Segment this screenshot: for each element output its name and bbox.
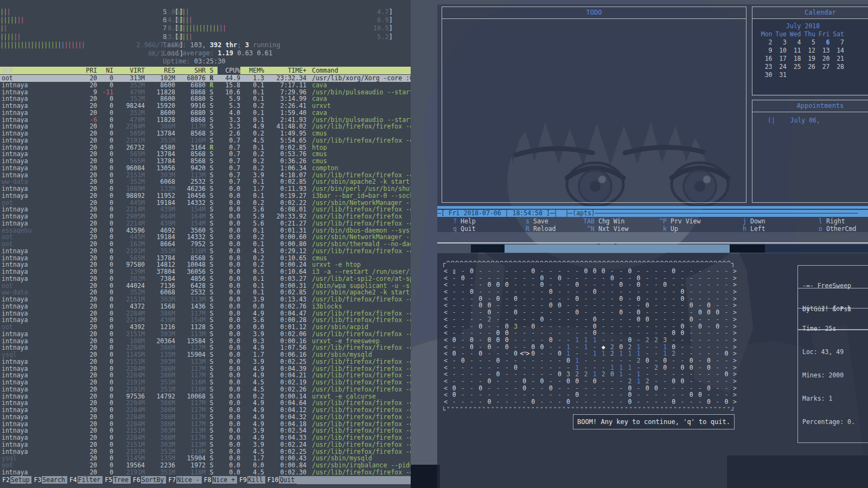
hint-prv-view[interactable]: ^PPrv View [653, 218, 732, 226]
freesweep-window[interactable]: ┌^^^^^^^^^^^^^^^^^^^^^^^^^^^^^^^^^^^^^^^… [437, 253, 868, 488]
htop-window[interactable]: |||1.06]|||||||14.3]||8.3]||||||13.1]|||… [0, 0, 411, 488]
board-cell[interactable]: - [661, 316, 669, 323]
board-cell[interactable]: - [529, 378, 538, 385]
boom-dialog[interactable]: BOOM! Any key to continue, 'q' to quit. [573, 414, 735, 429]
process-row[interactable]: intnaya2002151M303M113MS0.03.90:02.24/us… [0, 441, 411, 448]
fkey-f6[interactable]: F6SortBy [131, 476, 166, 484]
board-cell[interactable]: - [476, 316, 485, 323]
process-row[interactable]: intnaya200202M73844856S0.00.10:03.27/usr… [0, 275, 411, 282]
fkey-f7[interactable]: F7Nice - [166, 476, 201, 484]
board-cell[interactable]: 0 [573, 378, 582, 385]
board-cell[interactable]: - [590, 399, 599, 406]
process-row[interactable]: intnaya2002284M386M117MS0.04.90:04.33/us… [0, 434, 411, 441]
column-header-pri[interactable]: PRI [78, 67, 97, 74]
board-cell[interactable]: - [713, 357, 722, 364]
fkey-f5[interactable]: F5Tree [103, 476, 131, 484]
board-cell[interactable]: - [546, 330, 555, 337]
column-header-ni[interactable]: NI [97, 67, 113, 74]
board-cell[interactable]: - [582, 330, 590, 337]
board-cell[interactable]: - [582, 378, 590, 385]
board-cell[interactable]: - [669, 309, 678, 316]
board-cell[interactable]: - [564, 268, 572, 275]
i3-titlebar-segment[interactable] [471, 245, 505, 253]
board-cell[interactable]: - [573, 268, 582, 275]
board-cell[interactable]: 0 [634, 309, 643, 316]
board-cell[interactable]: - [529, 316, 538, 323]
board-cell[interactable]: - [582, 309, 590, 316]
board-cell[interactable]: - [634, 268, 643, 275]
process-row[interactable]: intnaya2002284M386M117MS0.04.90:04.12/us… [0, 407, 411, 414]
board-cell[interactable]: - [634, 399, 643, 406]
board-cell[interactable]: - [555, 268, 564, 275]
board-cell[interactable]: - [617, 268, 626, 275]
fkey-f4[interactable]: F4Filter [67, 476, 103, 484]
calendar-day[interactable]: 25 [787, 63, 801, 71]
board-cell[interactable]: - [502, 288, 511, 296]
board-cell[interactable]: - [590, 309, 599, 316]
board-cell[interactable]: 0 [450, 337, 458, 344]
calendar-day[interactable]: 30 [758, 71, 773, 79]
board-cell[interactable]: - [555, 316, 564, 323]
process-row[interactable]: intnaya2002214M439M154MS0.05.60:21.27/us… [0, 220, 411, 227]
board-cell[interactable]: 0 [538, 316, 546, 323]
board-cell[interactable]: - [695, 399, 704, 406]
calendar-day[interactable]: 2 [758, 38, 773, 47]
board-cell[interactable]: - [538, 330, 546, 337]
board-cell[interactable]: - [704, 337, 713, 344]
board-cell[interactable]: - [467, 378, 476, 385]
board-cell[interactable]: - [494, 378, 502, 385]
board-cell[interactable]: - [652, 378, 660, 385]
board-cell[interactable]: - [722, 337, 731, 344]
function-key-bar[interactable]: F2SetupF3SearchF4FilterF5TreeF6SortByF7N… [0, 476, 411, 484]
board-cell[interactable]: - [511, 399, 520, 406]
board-cell[interactable]: - [599, 337, 608, 344]
fkey-f10[interactable]: F10Quit [265, 476, 297, 484]
board-cell[interactable]: - [458, 268, 467, 275]
board-cell[interactable]: - [546, 399, 555, 406]
calendar-day[interactable]: 18 [787, 55, 801, 63]
calendar-day[interactable]: 17 [773, 55, 787, 63]
board-cell[interactable]: - [546, 378, 555, 385]
process-row[interactable]: oot2001956422361972S0.00.00:00.84/usr/sb… [0, 462, 411, 469]
calendar-day-today[interactable]: 6 [815, 38, 830, 47]
process-row[interactable]: intnaya2002191M351M116MS0.74.55:54.65/us… [0, 137, 411, 144]
board-cell[interactable]: - [502, 357, 511, 364]
board-cell[interactable]: - [450, 399, 458, 406]
board-cell[interactable]: - [652, 399, 660, 406]
board-cell[interactable]: - [458, 330, 467, 337]
calendar-day[interactable]: 12 [801, 47, 816, 55]
board-cell[interactable]: - [555, 337, 564, 344]
board-cell[interactable]: - [669, 288, 678, 296]
board-cell[interactable]: 0 [538, 378, 546, 385]
board-cell[interactable]: - [458, 378, 467, 385]
board-cell[interactable]: 0 [546, 288, 555, 296]
board-cell[interactable]: - [546, 316, 555, 323]
board-cell[interactable]: 0 [564, 399, 572, 406]
board-cell[interactable]: - [722, 316, 731, 323]
board-cell[interactable]: - [520, 288, 529, 296]
calcurse-window[interactable]: TODO Calendar July 2018 MonTueWedThuFriS… [437, 4, 868, 232]
board-cell[interactable]: - [520, 309, 529, 316]
board-cell[interactable]: - [722, 309, 731, 316]
board-cell[interactable]: 0 [643, 357, 652, 364]
board-cell[interactable]: - [494, 316, 502, 323]
board-cell[interactable]: - [608, 399, 616, 406]
board-cell[interactable]: - [476, 288, 485, 296]
board-cell[interactable]: 1 [634, 378, 643, 385]
board-cell[interactable]: - [555, 378, 564, 385]
board-cell[interactable]: - [520, 330, 529, 337]
i3-titlebar-strip[interactable] [437, 245, 868, 253]
board-cell[interactable]: - [476, 309, 485, 316]
board-cell[interactable]: - [485, 357, 494, 364]
board-cell[interactable]: - [695, 378, 704, 385]
board-cell[interactable]: 0 [678, 288, 687, 296]
board-cell[interactable]: - [538, 309, 546, 316]
hint-up[interactable]: kUp [653, 226, 732, 233]
board-cell[interactable]: - [467, 309, 476, 316]
board-cell[interactable]: 0 [590, 288, 599, 296]
process-table-header[interactable]: SERPRINIVIRTRESSHRSCPU%MEM%TIME+Command [0, 67, 411, 74]
board-cell[interactable]: - [599, 357, 608, 364]
calendar-day[interactable]: 28 [830, 63, 845, 71]
board-cell[interactable]: - [695, 268, 704, 275]
hint-reload[interactable]: RReload [515, 226, 580, 233]
